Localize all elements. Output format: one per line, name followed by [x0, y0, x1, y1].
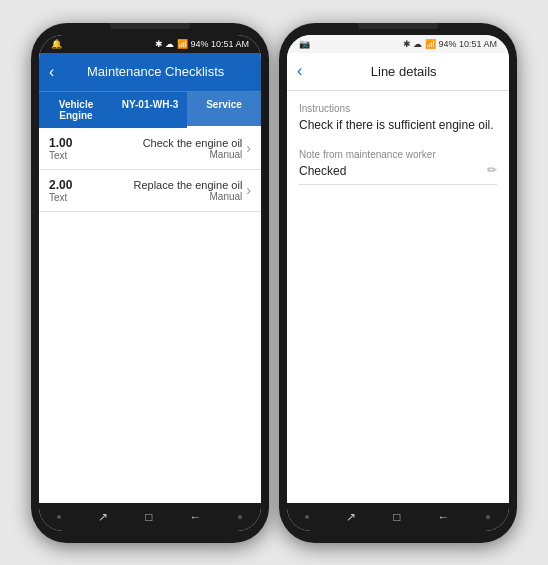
right-nav-bar: ‹ Line details [287, 53, 509, 91]
note-section: Note from maintenance worker Checked ✏ [299, 149, 497, 185]
right-phone: 📷 ✱ ☁ 📶 94% 10:51 AM ‹ Line details Inst… [279, 23, 517, 543]
tab-id[interactable]: NY-01-WH-3 [113, 92, 187, 128]
left-status-right: ✱ ☁ 📶 94% 10:51 AM [155, 39, 249, 49]
item-1-chevron: › [246, 140, 251, 156]
edit-icon[interactable]: ✏ [487, 163, 497, 177]
item-2-chevron: › [246, 182, 251, 198]
right-dot [305, 515, 309, 519]
item-1-sub: Manual [89, 149, 242, 160]
item-2-desc: Replace the engine oil [89, 179, 242, 191]
note-editable-row: Checked ✏ [299, 163, 497, 185]
right-dot-right [486, 515, 490, 519]
phones-container: 🔔 ✱ ☁ 📶 94% 10:51 AM ‹ Maintenance Check… [31, 23, 517, 543]
instructions-section: Instructions Check if there is sufficien… [299, 103, 497, 134]
left-back-button[interactable]: ‹ [49, 63, 54, 81]
right-content: Instructions Check if there is sufficien… [287, 91, 509, 503]
list-item[interactable]: 2.00 Text Replace the engine oil Manual … [39, 170, 261, 212]
left-screen: 🔔 ✱ ☁ 📶 94% 10:51 AM ‹ Maintenance Check… [39, 35, 261, 531]
item-1-right: Check the engine oil Manual [89, 137, 242, 160]
right-nav-title: Line details [308, 64, 499, 79]
left-nav-bar: ‹ Maintenance Checklists [39, 53, 261, 91]
right-bottom-nav: ↗ □ ← [287, 503, 509, 531]
left-dot [57, 515, 61, 519]
list-item[interactable]: 1.00 Text Check the engine oil Manual › [39, 128, 261, 170]
item-2-type: Text [49, 192, 89, 203]
right-screen: 📷 ✱ ☁ 📶 94% 10:51 AM ‹ Line details Inst… [287, 35, 509, 531]
note-value: Checked [299, 163, 346, 180]
item-1-left: 1.00 Text [49, 136, 89, 161]
right-back-nav-button[interactable]: ← [438, 510, 450, 524]
right-back-button[interactable]: ‹ [297, 62, 302, 80]
right-status-right: ✱ ☁ 📶 94% 10:51 AM [403, 39, 497, 49]
left-phone: 🔔 ✱ ☁ 📶 94% 10:51 AM ‹ Maintenance Check… [31, 23, 269, 543]
right-home-button[interactable]: □ [393, 510, 400, 524]
right-status-bar: 📷 ✱ ☁ 📶 94% 10:51 AM [287, 35, 509, 53]
left-home-button[interactable]: □ [145, 510, 152, 524]
instructions-label: Instructions [299, 103, 497, 114]
left-status-left: 🔔 [51, 39, 62, 49]
left-content: 1.00 Text Check the engine oil Manual › … [39, 128, 261, 503]
right-recent-button[interactable]: ↗ [346, 510, 356, 524]
left-nav-title: Maintenance Checklists [60, 64, 251, 79]
tab-vehicle[interactable]: Vehicle Engine [39, 92, 113, 128]
left-recent-button[interactable]: ↗ [98, 510, 108, 524]
tab-service[interactable]: Service [187, 92, 261, 128]
item-2-right: Replace the engine oil Manual [89, 179, 242, 202]
item-2-left: 2.00 Text [49, 178, 89, 203]
left-status-bar: 🔔 ✱ ☁ 📶 94% 10:51 AM [39, 35, 261, 53]
left-dot-right [238, 515, 242, 519]
item-1-number: 1.00 [49, 136, 89, 150]
left-bottom-nav: ↗ □ ← [39, 503, 261, 531]
item-2-sub: Manual [89, 191, 242, 202]
item-1-type: Text [49, 150, 89, 161]
note-label: Note from maintenance worker [299, 149, 497, 160]
item-1-desc: Check the engine oil [89, 137, 242, 149]
left-tab-bar: Vehicle Engine NY-01-WH-3 Service [39, 91, 261, 128]
item-2-number: 2.00 [49, 178, 89, 192]
instructions-value: Check if there is sufficient engine oil. [299, 117, 497, 134]
right-status-left: 📷 [299, 39, 310, 49]
left-back-nav-button[interactable]: ← [190, 510, 202, 524]
